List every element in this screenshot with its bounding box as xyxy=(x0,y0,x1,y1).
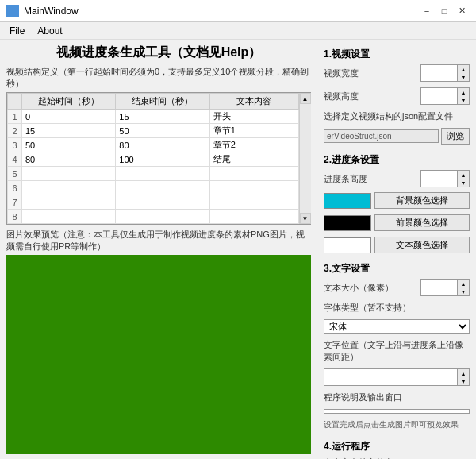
scroll-up-arrow[interactable]: ▲ xyxy=(300,93,311,104)
right-panel: 1.视频设置 视频宽度 1920 ▲ ▼ 视频高度 1080 ▲ ▼ 选择定义视… xyxy=(317,40,476,459)
bg-color-button[interactable]: 背景颜色选择 xyxy=(374,192,470,209)
fg-color-row: 前景颜色选择 xyxy=(324,214,470,231)
end-input-2[interactable] xyxy=(117,126,207,136)
end-input-5[interactable] xyxy=(117,169,207,179)
video-height-input[interactable]: 1080 xyxy=(421,91,457,102)
row-end-8[interactable] xyxy=(116,210,209,224)
font-size-spinner: 46 ▲ ▼ xyxy=(420,279,470,296)
row-text-1[interactable] xyxy=(209,110,298,124)
table-row: 5 xyxy=(8,167,299,181)
start-input-8[interactable] xyxy=(24,212,113,222)
font-size-down[interactable]: ▼ xyxy=(458,287,469,295)
col-num-header xyxy=(8,94,22,110)
row-start-4[interactable] xyxy=(22,152,116,167)
log-section-label: 程序说明及输出窗口 xyxy=(324,392,470,403)
end-input-4[interactable] xyxy=(117,155,207,164)
row-start-7[interactable] xyxy=(22,195,116,210)
row-end-4[interactable] xyxy=(116,152,209,167)
menu-bar: File About xyxy=(0,22,476,40)
row-text-3[interactable] xyxy=(209,138,298,152)
video-width-input[interactable]: 1920 xyxy=(421,68,457,79)
video-height-up[interactable]: ▲ xyxy=(458,88,469,96)
text-input-5[interactable] xyxy=(212,169,297,179)
text-input-8[interactable] xyxy=(212,212,297,222)
row-text-8[interactable] xyxy=(209,210,298,224)
row-start-2[interactable] xyxy=(22,124,116,138)
row-end-1[interactable] xyxy=(116,110,209,124)
font-type-row: 字体类型（暂不支持） xyxy=(324,302,470,314)
row-end-7[interactable] xyxy=(116,195,209,210)
end-input-6[interactable] xyxy=(117,183,207,193)
row-start-6[interactable] xyxy=(22,181,116,195)
progress-height-up[interactable]: ▲ xyxy=(458,171,469,179)
font-size-input[interactable]: 46 xyxy=(421,282,457,293)
left-panel: 视频进度条生成工具（文档见Help） 视频结构定义（第一行起始时间必须为0，支持… xyxy=(0,40,317,459)
minimize-button[interactable]: − xyxy=(419,3,435,19)
progress-height-label: 进度条高度 xyxy=(324,173,420,185)
row-end-5[interactable] xyxy=(116,167,209,181)
start-input-6[interactable] xyxy=(24,183,113,193)
text-input-4[interactable] xyxy=(212,155,297,164)
row-text-6[interactable] xyxy=(209,181,298,195)
text-color-swatch xyxy=(324,237,371,253)
font-pos-input[interactable]: 4 xyxy=(324,372,457,383)
video-height-label: 视频高度 xyxy=(324,91,420,102)
font-pos-up[interactable]: ▲ xyxy=(458,369,469,377)
start-input-2[interactable] xyxy=(24,126,113,136)
bg-color-swatch xyxy=(324,193,371,209)
row-text-7[interactable] xyxy=(209,195,298,210)
row-num-6: 6 xyxy=(8,181,22,195)
text-section-title: 3.文字设置 xyxy=(324,262,470,276)
row-start-5[interactable] xyxy=(22,167,116,181)
row-end-2[interactable] xyxy=(116,124,209,138)
row-end-3[interactable] xyxy=(116,138,209,152)
end-input-1[interactable] xyxy=(117,112,207,122)
text-input-3[interactable] xyxy=(212,141,297,150)
end-input-7[interactable] xyxy=(117,198,207,207)
table-scrollbar[interactable]: ▲ ▼ xyxy=(299,93,310,224)
video-height-down[interactable]: ▼ xyxy=(458,96,469,104)
menu-about[interactable]: About xyxy=(31,24,68,38)
row-num-2: 2 xyxy=(8,124,22,138)
font-size-up[interactable]: ▲ xyxy=(458,280,469,287)
json-browse-button[interactable]: 浏览 xyxy=(441,128,470,145)
text-color-button[interactable]: 文本颜色选择 xyxy=(374,237,470,253)
row-text-2[interactable] xyxy=(209,124,298,138)
video-width-up[interactable]: ▲ xyxy=(458,65,469,73)
start-input-7[interactable] xyxy=(24,198,113,207)
row-start-8[interactable] xyxy=(22,210,116,224)
menu-file[interactable]: File xyxy=(3,24,31,38)
progress-height-down[interactable]: ▼ xyxy=(458,179,469,187)
start-input-4[interactable] xyxy=(24,155,113,164)
row-text-5[interactable] xyxy=(209,167,298,181)
text-input-1[interactable] xyxy=(212,112,297,122)
start-input-5[interactable] xyxy=(24,169,113,179)
table-row: 7 xyxy=(8,195,299,210)
row-start-3[interactable] xyxy=(22,138,116,152)
text-input-2[interactable] xyxy=(212,126,297,136)
video-width-down[interactable]: ▼ xyxy=(458,73,469,81)
text-input-6[interactable] xyxy=(212,183,297,193)
row-num-1: 1 xyxy=(8,110,22,124)
end-input-3[interactable] xyxy=(117,141,207,150)
fg-color-button[interactable]: 前景颜色选择 xyxy=(374,214,470,231)
table-row: 8 xyxy=(8,210,299,224)
progress-height-input[interactable]: 54 xyxy=(421,173,457,184)
table-row: 6 xyxy=(8,181,299,195)
start-input-1[interactable] xyxy=(24,112,113,122)
font-pos-down[interactable]: ▼ xyxy=(458,377,469,385)
maximize-button[interactable]: □ xyxy=(436,3,452,19)
end-input-8[interactable] xyxy=(117,212,207,222)
font-pos-label: 文字位置（文字上沿与进度条上沿像素间距） xyxy=(324,339,470,363)
row-num-5: 5 xyxy=(8,167,22,181)
text-input-7[interactable] xyxy=(212,198,297,207)
row-start-1[interactable] xyxy=(22,110,116,124)
scroll-down-arrow[interactable]: ▼ xyxy=(300,213,311,224)
window-icon xyxy=(6,5,19,17)
row-text-4[interactable] xyxy=(209,152,298,167)
row-end-6[interactable] xyxy=(116,181,209,195)
close-button[interactable]: ✕ xyxy=(454,3,470,19)
font-type-select[interactable]: 宋体 xyxy=(324,319,470,334)
start-input-3[interactable] xyxy=(24,141,113,150)
progress-height-spinner: 54 ▲ ▼ xyxy=(420,170,470,187)
